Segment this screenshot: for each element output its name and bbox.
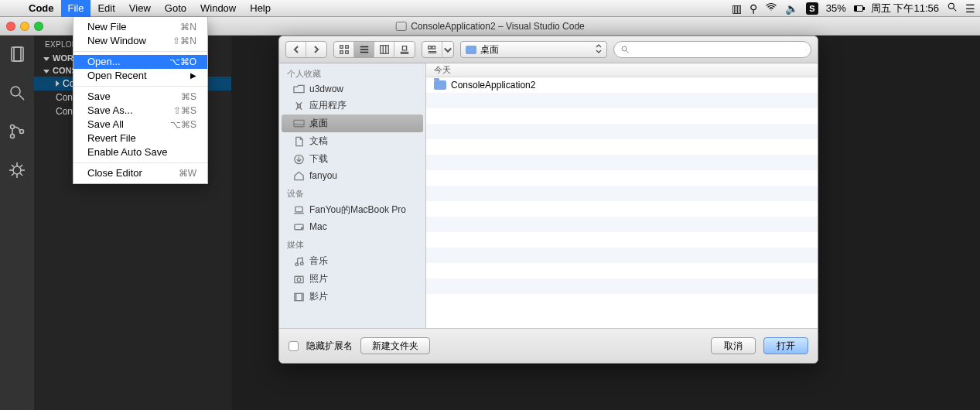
svg-rect-37 xyxy=(297,104,300,108)
view-list[interactable] xyxy=(354,42,374,57)
menu-close-editor[interactable]: Close Editor⌘W xyxy=(73,166,207,180)
search-icon[interactable] xyxy=(8,84,26,105)
menubar-status-area: ▥ ⚲ 🔈 S 35% 周五 下午11:56 ☰ xyxy=(732,1,980,15)
dialog-main: 今天 ConsoleApplication2 xyxy=(426,63,818,328)
nav-back-forward xyxy=(285,41,327,58)
menu-goto[interactable]: Goto xyxy=(158,0,193,17)
battery-icon[interactable] xyxy=(854,5,863,12)
window-close-button[interactable] xyxy=(6,22,15,31)
svg-rect-42 xyxy=(295,207,302,212)
open-button[interactable]: 打开 xyxy=(763,337,808,354)
download-icon xyxy=(292,154,305,165)
svg-line-14 xyxy=(12,165,14,167)
svg-rect-21 xyxy=(345,51,348,54)
bluetooth-icon[interactable]: ⚲ xyxy=(750,2,757,15)
menu-enable-auto-save[interactable]: Enable Auto Save xyxy=(73,145,207,159)
notification-center-icon[interactable]: ☰ xyxy=(965,2,975,15)
search-input[interactable] xyxy=(633,44,804,55)
window-zoom-button[interactable] xyxy=(34,22,43,31)
file-row-empty xyxy=(426,217,818,232)
svg-line-5 xyxy=(19,95,24,100)
file-row[interactable]: ConsoleApplication2 xyxy=(426,77,818,93)
menu-window[interactable]: Window xyxy=(193,0,243,17)
sidebar-item-home[interactable]: fanyou xyxy=(282,168,423,183)
laptop-icon xyxy=(292,205,305,216)
menu-new-file[interactable]: New File⌘N xyxy=(73,20,207,34)
menu-save[interactable]: Save⌘S xyxy=(73,90,207,104)
path-label: 桌面 xyxy=(480,43,499,56)
open-dialog: 桌面 个人收藏 u3dwow 应用程序 桌面 文稿 下载 fanyou 设备 F… xyxy=(278,36,818,364)
svg-line-16 xyxy=(12,173,14,176)
hide-extensions-checkbox[interactable] xyxy=(289,341,299,351)
view-coverflow[interactable] xyxy=(394,42,415,57)
menu-view[interactable]: View xyxy=(122,0,158,17)
explorer-icon[interactable] xyxy=(8,45,26,67)
menu-open[interactable]: Open...⌥⌘O xyxy=(73,55,207,69)
spotlight-icon[interactable] xyxy=(947,2,958,15)
sidebar-item-mac-disk[interactable]: Mac xyxy=(282,219,423,234)
view-columns[interactable] xyxy=(374,42,394,57)
sidebar-item-applications[interactable]: 应用程序 xyxy=(282,97,423,114)
sidebar-item-downloads[interactable]: 下载 xyxy=(282,150,423,168)
wifi-icon[interactable] xyxy=(765,1,777,15)
nav-forward-button[interactable] xyxy=(306,42,326,57)
sidebar-item-desktop[interactable]: 桌面 xyxy=(282,114,423,132)
menu-open-recent[interactable]: Open Recent▶ xyxy=(73,69,207,83)
window-title: ConsoleApplication2 – Visual Studio Code xyxy=(411,21,585,32)
svg-point-47 xyxy=(300,261,303,265)
file-list[interactable]: ConsoleApplication2 xyxy=(426,77,818,328)
clock[interactable]: 周五 下午11:56 xyxy=(871,2,939,15)
sidebar-item-movies[interactable]: 影片 xyxy=(282,288,423,306)
svg-point-9 xyxy=(13,166,21,174)
dialog-body: 个人收藏 u3dwow 应用程序 桌面 文稿 下载 fanyou 设备 FanY… xyxy=(279,63,818,328)
svg-line-15 xyxy=(20,173,22,176)
dialog-footer: 隐藏扩展名 新建文件夹 取消 打开 xyxy=(279,328,818,363)
menu-edit[interactable]: Edit xyxy=(90,0,121,17)
window-minimize-button[interactable] xyxy=(20,22,29,31)
view-icon-grid[interactable] xyxy=(334,42,354,57)
svg-rect-3 xyxy=(14,47,23,61)
menu-revert-file[interactable]: Revert File xyxy=(73,132,207,145)
svg-point-4 xyxy=(11,87,20,96)
path-selector[interactable]: 桌面 xyxy=(460,41,607,58)
arrange-button[interactable] xyxy=(422,42,442,57)
arrange-dropdown[interactable] xyxy=(442,42,453,57)
file-row-empty xyxy=(426,124,818,139)
svg-point-35 xyxy=(622,46,627,51)
chevron-updown-icon xyxy=(596,44,602,56)
input-method-icon[interactable]: S xyxy=(806,2,818,15)
file-row-empty xyxy=(426,294,818,309)
folder-icon xyxy=(434,80,446,90)
volume-icon[interactable]: 🔈 xyxy=(785,2,798,15)
new-folder-button[interactable]: 新建文件夹 xyxy=(360,337,430,354)
sidebar-item-u3dwow[interactable]: u3dwow xyxy=(282,81,423,97)
title-folder-icon xyxy=(395,22,406,31)
column-header[interactable]: 今天 xyxy=(426,63,818,77)
movie-icon xyxy=(292,292,305,302)
hide-extensions-label: 隐藏扩展名 xyxy=(306,340,353,353)
file-row-empty xyxy=(426,139,818,155)
disk-icon xyxy=(292,221,305,232)
sidebar-item-documents[interactable]: 文稿 xyxy=(282,132,423,150)
search-field[interactable] xyxy=(613,41,811,58)
cancel-button[interactable]: 取消 xyxy=(711,337,756,354)
menu-save-all[interactable]: Save All⌥⌘S xyxy=(73,118,207,132)
app-name[interactable]: Code xyxy=(22,2,61,14)
sidebar-item-macbook[interactable]: FanYou的MacBook Pro xyxy=(282,201,423,219)
menu-new-window[interactable]: New Window⇧⌘N xyxy=(73,34,207,48)
battery-menu-icon[interactable]: ▥ xyxy=(732,2,742,15)
svg-rect-2 xyxy=(12,47,21,61)
folder-icon xyxy=(292,84,305,94)
sidebar-item-music[interactable]: 音乐 xyxy=(282,252,423,270)
menu-file[interactable]: File xyxy=(61,0,91,17)
source-control-icon[interactable] xyxy=(8,122,26,144)
svg-rect-32 xyxy=(432,46,435,50)
svg-rect-31 xyxy=(428,46,431,50)
nav-back-button[interactable] xyxy=(286,42,306,57)
window-controls xyxy=(0,22,43,31)
sidebar-group-favorites: 个人收藏 xyxy=(279,63,425,81)
menu-save-as[interactable]: Save As...⇧⌘S xyxy=(73,104,207,118)
debug-icon[interactable] xyxy=(8,161,26,183)
sidebar-item-photos[interactable]: 照片 xyxy=(282,270,423,288)
menu-help[interactable]: Help xyxy=(243,0,278,17)
